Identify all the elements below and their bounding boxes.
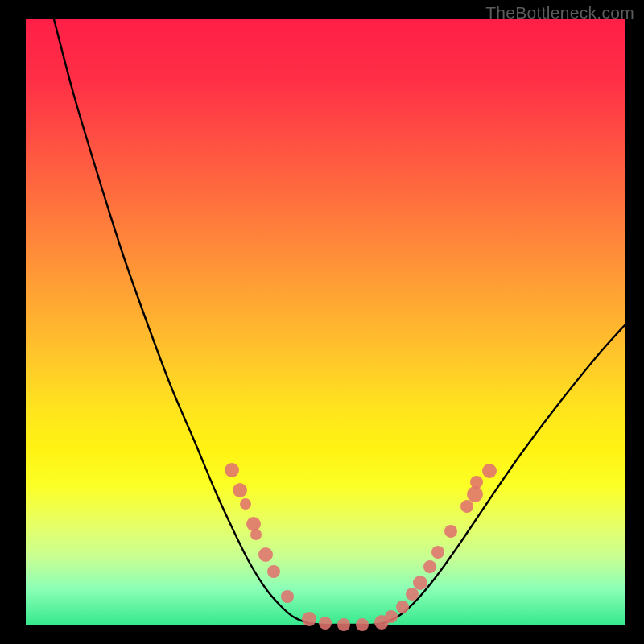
marker-point	[406, 588, 419, 601]
marker-point	[431, 546, 444, 559]
marker-point	[225, 463, 239, 477]
curve-markers	[225, 463, 497, 631]
chart-plot-area	[26, 19, 625, 625]
marker-point	[302, 612, 316, 626]
marker-point	[467, 486, 483, 502]
marker-point	[482, 464, 497, 478]
chart-svg	[26, 19, 625, 625]
marker-point	[356, 618, 369, 631]
marker-point	[281, 590, 294, 603]
marker-point	[246, 517, 261, 531]
marker-point	[444, 525, 457, 538]
marker-point	[396, 601, 409, 613]
marker-point	[250, 529, 262, 540]
marker-point	[319, 617, 332, 630]
bottleneck-curve	[54, 19, 625, 625]
marker-point	[470, 476, 483, 489]
watermark-label: TheBottleneck.com	[485, 3, 634, 23]
marker-point	[258, 547, 273, 562]
marker-point	[460, 500, 473, 513]
marker-point	[337, 618, 350, 631]
marker-point	[233, 483, 247, 497]
marker-point	[385, 610, 398, 623]
marker-point	[240, 498, 251, 510]
outer-frame: TheBottleneck.com	[0, 0, 644, 644]
marker-point	[413, 576, 427, 590]
marker-point	[267, 565, 280, 578]
marker-point	[423, 560, 436, 573]
